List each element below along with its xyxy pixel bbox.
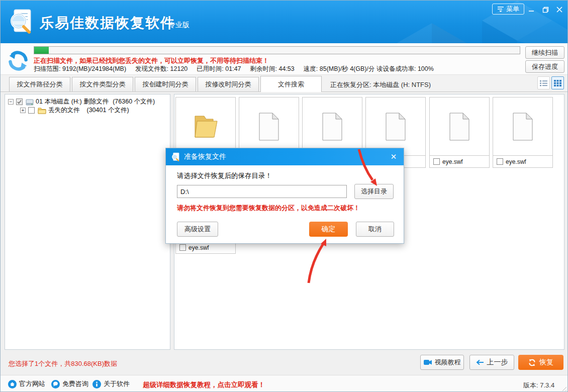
grid-view-button[interactable] [551, 76, 564, 89]
list-view-button[interactable] [537, 76, 550, 89]
collapse-toggle-icon[interactable]: − [8, 99, 14, 105]
close-icon [556, 7, 562, 13]
grid-view-icon [554, 80, 561, 86]
app-title: 乐易佳数据恢复软件 [40, 14, 175, 33]
info-icon [92, 380, 101, 388]
free-consult-link[interactable]: 免费咨询 [51, 379, 88, 388]
folder-icon [38, 107, 46, 114]
app-logo-icon [8, 8, 35, 35]
app-window: 乐易佳数据恢复软件 专业版 菜单 [0, 0, 568, 392]
dialog-title-bar: 准备恢复文件 ✕ [166, 148, 404, 165]
partition-info: 正在恢复分区: 本地磁盘 (H: NTFS) [330, 80, 431, 89]
save-progress-button[interactable]: 保存进度 [525, 60, 564, 73]
file-item[interactable]: eye.swf [493, 97, 553, 168]
menu-button[interactable]: 菜单 [492, 4, 524, 15]
video-tutorial-button[interactable]: 视频教程 [420, 355, 464, 370]
menu-icon [497, 6, 504, 12]
disk-icon [26, 99, 34, 106]
scan-progress-bar [34, 46, 520, 54]
tree-root-count: (76360 个文件) [113, 97, 155, 106]
dialog-title: 准备恢复文件 [184, 152, 226, 161]
video-tutorial-label: 视频教程 [435, 358, 461, 367]
file-checkbox[interactable] [497, 158, 503, 165]
about-software-link[interactable]: 关于软件 [92, 379, 130, 388]
footer-bar: 官方网站 免费咨询 关于软件 超级详细数据恢复教程，点击立即观看！ 版本: 7.… [1, 375, 567, 392]
file-large-icon [493, 97, 552, 156]
maximize-icon [542, 7, 549, 13]
title-bar: 乐易佳数据恢复软件 专业版 菜单 [1, 1, 567, 43]
recover-button[interactable]: 恢复 [518, 355, 563, 370]
scan-stats: 扫描范围: 9192(MB)/241984(MB)发现文件数: 12120已用时… [34, 65, 443, 73]
minimize-button[interactable] [526, 5, 536, 15]
tutorial-promo-link[interactable]: 超级详细数据恢复教程，点击立即观看！ [143, 380, 265, 389]
browse-directory-button[interactable]: 选择目录 [354, 184, 394, 199]
recover-refresh-icon [528, 359, 536, 366]
ok-button[interactable]: 确定 [309, 222, 348, 237]
file-large-icon [303, 97, 362, 156]
tree-child-count: (30401 个文件) [87, 106, 129, 115]
check-icon [17, 99, 22, 105]
tree-child-node[interactable]: + 丢失的文件 (30401 个文件) [20, 106, 129, 115]
dialog-warning: 请勿将文件恢复到您需要恢复数据的分区，以免造成二次破坏！ [177, 204, 360, 213]
found-files: 发现文件数: 12120 [135, 65, 187, 72]
scanning-icon [7, 50, 30, 72]
file-name: eye.swf [506, 158, 526, 165]
scan-status-bar: 正在扫描文件，如果已经找到您丢失的文件，可以立即恢复，不用等待扫描结束！ 扫描范… [1, 43, 567, 75]
file-name: eye.swf [188, 244, 209, 251]
tree-root-node[interactable]: − 01 本地磁盘 (H:) 删除文件 (76360 个文件) [8, 97, 155, 106]
tab-file-search[interactable]: 文件搜索 [260, 76, 322, 92]
tree-root-checkbox[interactable] [16, 99, 23, 105]
dialog-close-icon[interactable]: ✕ [389, 152, 399, 162]
advanced-settings-button[interactable]: 高级设置 [177, 222, 218, 237]
recover-label: 恢复 [539, 358, 553, 367]
menu-label: 菜单 [506, 5, 519, 14]
scan-message: 正在扫描文件，如果已经找到您丢失的文件，可以立即恢复，不用等待扫描结束！ [34, 56, 269, 65]
home-icon [8, 380, 17, 388]
official-site-link[interactable]: 官方网站 [8, 379, 45, 388]
file-checkbox[interactable] [179, 244, 186, 251]
free-consult-label: 免费咨询 [62, 379, 88, 388]
file-large-icon [366, 97, 425, 156]
file-large-icon [239, 97, 299, 156]
chat-icon [51, 380, 60, 388]
version-label: 版本: 7.3.4 [523, 381, 554, 390]
back-arrow-icon [476, 359, 484, 365]
save-path-input[interactable] [177, 185, 347, 198]
list-view-icon [540, 80, 547, 86]
continue-scan-button[interactable]: 继续扫描 [525, 46, 564, 59]
tab-by-type[interactable]: 按文件类型分类 [72, 77, 133, 91]
scan-speed: 速度: 85(MB)/秒 4(GB)/分 读设备成功率: 100% [304, 65, 434, 72]
tab-by-path[interactable]: 按文件路径分类 [9, 77, 70, 91]
back-label: 上一步 [487, 358, 508, 367]
remaining-time: 剩余时间: 44:53 [250, 65, 295, 72]
file-checkbox[interactable] [433, 158, 440, 165]
selection-status: 您选择了1个文件，共830.68(KB)数据 [9, 359, 117, 368]
file-large-icon [430, 97, 489, 156]
dialog-prompt: 请选择文件恢复后的保存目录！ [177, 171, 272, 180]
app-edition: 专业版 [168, 21, 190, 30]
expand-toggle-icon[interactable]: + [20, 108, 26, 113]
maximize-button[interactable] [540, 5, 550, 15]
tab-by-modified[interactable]: 按修改时间分类 [198, 77, 259, 91]
tab-bar: 按文件路径分类 按文件类型分类 按创建时间分类 按修改时间分类 文件搜索 正在恢… [1, 75, 567, 92]
scan-progress-fill [34, 47, 49, 54]
tree-root-label: 01 本地磁盘 (H:) 删除文件 [36, 97, 109, 106]
video-camera-icon [424, 359, 432, 365]
minimize-icon [528, 7, 534, 13]
folder-large-icon [176, 97, 235, 156]
folder-tree-panel: − 01 本地磁盘 (H:) 删除文件 (76360 个文件) + 丢失的文件 … [5, 94, 170, 350]
dialog-logo-icon [171, 152, 180, 162]
file-name: eye.swf [442, 158, 463, 165]
about-software-label: 关于软件 [104, 379, 130, 388]
close-button[interactable] [554, 5, 564, 15]
recover-dialog: 准备恢复文件 ✕ 请选择文件恢复后的保存目录！ 选择目录 请勿将文件恢复到您需要… [165, 148, 404, 244]
tab-by-created[interactable]: 按创建时间分类 [135, 77, 196, 91]
cancel-button[interactable]: 取消 [356, 222, 394, 237]
elapsed-time: 已用时间: 01:47 [197, 65, 241, 72]
back-button[interactable]: 上一步 [469, 355, 514, 370]
resize-grip[interactable] [560, 385, 566, 391]
file-item[interactable]: eye.swf [429, 97, 490, 168]
tree-child-label: 丢失的文件 [48, 106, 80, 115]
scan-range: 扫描范围: 9192(MB)/241984(MB) [34, 65, 126, 72]
tree-child-checkbox[interactable] [28, 107, 35, 114]
